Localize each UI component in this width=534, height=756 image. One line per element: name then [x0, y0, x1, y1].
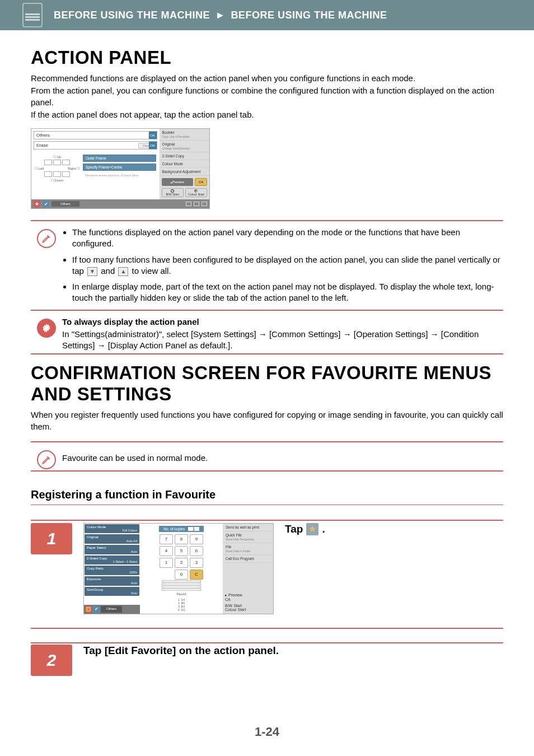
- pencil-note-icon-2: [37, 450, 56, 469]
- intro-line-1: Recommended functions are displayed on t…: [31, 73, 503, 84]
- note-block-favourite: Favourite can be used in normal mode.: [31, 448, 503, 469]
- mock-preview-button[interactable]: ▸ Preview: [162, 178, 193, 186]
- step-2-row: 2 Tap [Edit Favorite] on the action pane…: [31, 645, 503, 676]
- scroll-up-icon[interactable]: ▲: [118, 267, 128, 276]
- mock2-colour-mode[interactable]: Colour ModeFull Colour: [85, 524, 139, 534]
- mock2-original[interactable]: OriginalAuto A4: [85, 534, 139, 544]
- mock2-copy-ratio[interactable]: Copy Ratio100%: [85, 566, 139, 575]
- mock2-file[interactable]: FileStore Data in Folder: [223, 543, 273, 555]
- step-1-row: 1 Colour ModeFull Colour OriginalAuto A4…: [31, 523, 503, 614]
- key-5[interactable]: 5: [175, 546, 188, 556]
- confirmation-intro: When you register frequently used functi…: [31, 409, 503, 432]
- note-li-1: The functions displayed on the action pa…: [72, 227, 503, 250]
- heading-confirmation-screen: CONFIRMATION SCREEN FOR FAVOURITE MENUS …: [31, 362, 503, 405]
- mock2-a4-label: A4: [183, 592, 186, 596]
- scroll-down-icon[interactable]: ▼: [87, 267, 97, 276]
- heading-action-panel: ACTION PANEL: [31, 47, 503, 68]
- note-li-2: If too many functions have been configur…: [72, 254, 503, 277]
- mock2-copies-header: No. of copies1: [159, 526, 204, 532]
- pencil-note-icon: [37, 229, 56, 248]
- mock2-paper-select[interactable]: Paper SelectAuto: [85, 545, 139, 554]
- mock2-eco[interactable]: Call Eco Program: [223, 555, 273, 563]
- key-7[interactable]: 7: [160, 534, 173, 544]
- mock-ok-button[interactable]: OK: [149, 132, 157, 139]
- key-8[interactable]: 8: [175, 534, 188, 544]
- mock-right-label: Right: [68, 167, 76, 170]
- mock2-check-icon[interactable]: ✔: [93, 606, 100, 613]
- page-header: BEFORE USING THE MACHINE ► BEFORE USING …: [0, 0, 534, 30]
- mock-side-booklet[interactable]: BookletCopy Like A Pamphlet: [160, 129, 209, 141]
- mock-specify-frame-button[interactable]: Specify Frame+Centre: [83, 164, 156, 171]
- mock2-favourite-star-icon[interactable]: ★: [85, 606, 92, 613]
- admin-note-title: To always display the action panel: [62, 317, 199, 326]
- key-9[interactable]: 9: [190, 534, 203, 544]
- mock2-preview-button[interactable]: ▸ Preview: [225, 593, 271, 598]
- step-2-instruction: Tap [Edit Favorite] on the action panel.: [83, 645, 503, 657]
- mock2-bw-start-button[interactable]: B/W Start: [225, 604, 271, 608]
- manual-page-icon: [22, 3, 43, 27]
- key-0[interactable]: 0: [175, 570, 188, 580]
- key-2[interactable]: 2: [175, 558, 188, 568]
- key-4[interactable]: 4: [160, 546, 173, 556]
- heading-registering-favourite: Registering a function in Favourite: [31, 488, 503, 501]
- mock2-colour-start-button[interactable]: Colour Start: [225, 608, 271, 612]
- favourite-mode-note: Favourite can be used in normal mode.: [62, 452, 208, 464]
- mock-down-label: Down: [55, 179, 63, 182]
- key-3[interactable]: 3: [190, 558, 203, 568]
- mock2-keypad[interactable]: 789 456 123 0C: [160, 534, 203, 580]
- intro-line-2: From the action panel, you can configure…: [31, 85, 503, 108]
- mock2-others-button[interactable]: Others: [101, 606, 122, 613]
- star-button-icon[interactable]: ★: [306, 523, 318, 535]
- intro-line-3: If the action panel does not appear, tap…: [31, 109, 503, 120]
- note-block-admin: To always display the action panel In "S…: [31, 316, 503, 353]
- screenshot-erase-panel: OthersOK EraseClearOK ☐ Up ☐ LeftRight ☐…: [31, 128, 210, 209]
- mock-colour-start-button[interactable]: Colour Start: [185, 188, 207, 197]
- mock2-ca-button[interactable]: CA: [225, 598, 271, 601]
- page-number: 1-24: [0, 725, 534, 739]
- mock2-sort-group[interactable]: Sort/GroupAuto: [85, 587, 139, 596]
- mock-erase-diagram: ☐ Up ☐ LeftRight ☐ ☐ Down: [35, 155, 79, 182]
- mock-ca-button[interactable]: CA: [195, 178, 207, 186]
- key-clear[interactable]: C: [190, 570, 203, 580]
- screenshot-copy-home: Colour ModeFull Colour OriginalAuto A4 P…: [83, 523, 274, 614]
- breadcrumb-separator-icon: ►: [216, 10, 226, 21]
- mock2-send-print[interactable]: Send as well as print: [223, 524, 273, 531]
- mock-side-original[interactable]: OriginalChange Size/Direction: [160, 141, 209, 152]
- mock2-exposure[interactable]: ExposureAuto: [85, 576, 139, 586]
- mock-others-header: Others: [36, 133, 50, 138]
- mock-check-icon[interactable]: ✔: [43, 200, 49, 207]
- mock-favourite-star-icon[interactable]: ★: [34, 200, 40, 207]
- breadcrumb-part-2[interactable]: BEFORE USING THE MACHINE: [231, 10, 387, 21]
- admin-note-body: In "Settings(administrator)", select [Sy…: [62, 329, 503, 352]
- gear-icon: [37, 319, 56, 338]
- mock-side-colour-mode[interactable]: Colour Mode: [160, 160, 209, 168]
- mock-bw-start-button[interactable]: B/W Start: [162, 188, 184, 197]
- key-1[interactable]: 1: [160, 558, 173, 568]
- mock2-tray-icon: [162, 580, 201, 591]
- mock-up-label: Up: [57, 155, 62, 158]
- mock-outer-frame-button[interactable]: Outer Frame: [83, 155, 156, 162]
- note-li-3: In enlarge display mode, part of the tex…: [72, 281, 503, 304]
- mock-left-label: Left: [39, 167, 44, 170]
- step-number-1: 1: [31, 523, 72, 554]
- mock-erase-header: Erase: [36, 143, 48, 148]
- mock-ok-button-2[interactable]: OK: [149, 142, 157, 149]
- mock-reverse-erase-label: Reverse erase position of back face: [83, 172, 156, 178]
- key-6[interactable]: 6: [190, 546, 203, 556]
- mock-side-background[interactable]: Background Adjustment: [160, 168, 209, 176]
- mock2-plain-label: Plain: [176, 592, 182, 596]
- note-block-info: The functions displayed on the action pa…: [31, 227, 503, 309]
- mock-side-2sided[interactable]: 2-Sided Copy: [160, 152, 209, 160]
- step-1-instruction: Tap ★ .: [285, 523, 503, 535]
- breadcrumb-part-1[interactable]: BEFORE USING THE MACHINE: [54, 10, 210, 21]
- mock2-2sided[interactable]: 2-Sided Copy1-Sided→1-Sided: [85, 556, 139, 565]
- mock2-quick-file[interactable]: Quick FileStore Data Temporarily: [223, 531, 273, 543]
- mock-others-button[interactable]: Others: [51, 201, 79, 207]
- step-number-2: 2: [31, 645, 72, 676]
